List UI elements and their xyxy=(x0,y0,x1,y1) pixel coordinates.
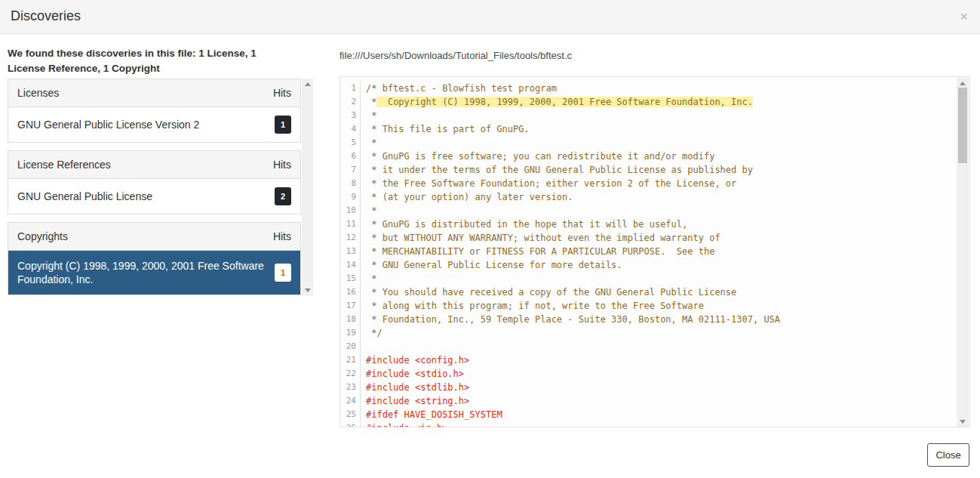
list-item[interactable]: Copyright (C) 1998, 1999, 2000, 2001 Fre… xyxy=(8,251,300,295)
line-number: 3 xyxy=(340,109,361,122)
left-panel-scrollbar[interactable] xyxy=(302,79,313,296)
section-header: License ReferencesHits xyxy=(8,151,300,179)
file-path: file:///Users/sh/Downloads/Tutorial_File… xyxy=(339,50,572,61)
code-line: 7 * it under the terms of the GNU Genera… xyxy=(340,163,969,177)
hits-column-label: Hits xyxy=(273,87,291,99)
code-text: * xyxy=(361,272,376,285)
line-number: 19 xyxy=(340,326,361,340)
page-title: Discoveries xyxy=(11,8,81,24)
code-text: * MERCHANTABILITY or FITNESS FOR A PARTI… xyxy=(361,245,714,258)
line-number: 4 xyxy=(340,122,361,136)
discovery-section: License ReferencesHitsGNU General Public… xyxy=(8,150,301,214)
hits-badge: 2 xyxy=(275,187,291,205)
code-line: 10 * xyxy=(340,204,969,217)
line-number: 7 xyxy=(340,163,361,177)
line-number: 16 xyxy=(340,285,361,299)
code-text: #ifdef HAVE_DOSISH_SYSTEM xyxy=(361,408,502,421)
code-line: 4 * This file is part of GnuPG. xyxy=(340,122,969,136)
code-line: 26#include <io.h> xyxy=(340,421,969,427)
line-number: 25 xyxy=(340,408,361,421)
highlighted-match: Copyright (C) 1998, 1999, 2000, 2001 Fre… xyxy=(376,97,753,107)
code-line: 1/* bftest.c - Blowfish test program xyxy=(340,82,969,95)
code-line: 16 * You should have received a copy of … xyxy=(340,285,969,299)
code-line: 15 * xyxy=(340,272,969,285)
scroll-up-icon[interactable] xyxy=(960,82,966,85)
code-line: 14 * GNU General Public License for more… xyxy=(340,258,969,272)
code-text: * along with this program; if not, write… xyxy=(361,299,704,313)
close-button[interactable]: Close xyxy=(927,443,969,467)
code-text: #include <string.h> xyxy=(361,394,469,408)
line-number: 24 xyxy=(340,394,361,408)
code-line: 19 */ xyxy=(340,326,969,340)
code-text: * (at your option) any later version. xyxy=(361,190,573,204)
list-item[interactable]: GNU General Public License2 xyxy=(8,179,300,214)
section-title: Licenses xyxy=(17,87,59,99)
line-number: 5 xyxy=(340,136,361,150)
line-number: 17 xyxy=(340,299,361,313)
code-text: * GNU General Public License for more de… xyxy=(361,258,622,272)
summary-text: We found these discoveries in this file:… xyxy=(8,46,294,76)
code-text: * it under the terms of the GNU General … xyxy=(361,163,753,177)
code-text: * xyxy=(361,109,376,122)
code-line: 9 * (at your option) any later version. xyxy=(340,190,969,204)
code-line: 23#include <stdlib.h> xyxy=(340,381,969,394)
code-text: #include <io.h> xyxy=(361,421,447,427)
code-text: #include <stdlib.h> xyxy=(361,381,469,394)
code-line: 6 * GnuPG is free software; you can redi… xyxy=(340,150,969,163)
code-text: #include <config.h> xyxy=(361,353,469,367)
item-label: GNU General Public License Version 2 xyxy=(17,118,199,131)
hits-column-label: Hits xyxy=(273,230,291,242)
list-item[interactable]: GNU General Public License Version 21 xyxy=(8,107,300,142)
code-line: 22#include <stdio.h> xyxy=(340,367,969,381)
item-label: Copyright (C) 1998, 1999, 2000, 2001 Fre… xyxy=(17,259,267,286)
line-number: 6 xyxy=(340,150,361,163)
code-text: * the Free Software Foundation; either v… xyxy=(361,177,736,190)
line-number: 1 xyxy=(340,82,361,95)
hits-badge: 1 xyxy=(275,116,291,134)
code-line: 3 * xyxy=(340,109,969,122)
scroll-down-icon[interactable] xyxy=(305,288,311,292)
line-number: 15 xyxy=(340,272,361,285)
code-line: 17 * along with this program; if not, wr… xyxy=(340,299,969,313)
code-text: * GnuPG is free software; you can redist… xyxy=(361,150,714,163)
code-text: * Foundation, Inc., 59 Temple Place - Su… xyxy=(361,313,780,326)
code-text: * This file is part of GnuPG. xyxy=(361,122,530,136)
code-line: 12 * but WITHOUT ANY WARRANTY; without e… xyxy=(340,231,969,245)
scroll-up-icon[interactable] xyxy=(305,82,311,86)
code-line: 11 * GnuPG is distributed in the hope th… xyxy=(340,217,969,231)
close-icon[interactable]: × xyxy=(960,8,968,25)
code-lines: 1/* bftest.c - Blowfish test program2 * … xyxy=(340,77,969,427)
line-number: 18 xyxy=(340,313,361,326)
scroll-down-icon[interactable] xyxy=(960,420,966,424)
hits-column-label: Hits xyxy=(273,159,291,171)
discovery-section: CopyrightsHitsCopyright (C) 1998, 1999, … xyxy=(8,222,301,295)
line-number: 22 xyxy=(340,367,361,381)
code-line: 20 xyxy=(340,340,969,353)
discovery-section: LicensesHitsGNU General Public License V… xyxy=(8,79,301,143)
hits-badge: 1 xyxy=(275,264,291,282)
code-line: 18 * Foundation, Inc., 59 Temple Place -… xyxy=(340,313,969,326)
discoveries-modal: Discoveries × We found these discoveries… xyxy=(0,0,980,478)
code-text: * xyxy=(361,204,376,217)
code-text: * GnuPG is distributed in the hope that … xyxy=(361,217,687,231)
section-title: Copyrights xyxy=(17,230,68,242)
code-line: 5 * xyxy=(340,136,969,150)
code-text: * but WITHOUT ANY WARRANTY; without even… xyxy=(361,231,720,245)
line-number: 23 xyxy=(340,381,361,394)
section-header: LicensesHits xyxy=(8,79,300,107)
scrollbar-thumb[interactable] xyxy=(958,88,967,163)
code-line: 13 * MERCHANTABILITY or FITNESS FOR A PA… xyxy=(340,245,969,258)
code-viewer: 1/* bftest.c - Blowfish test program2 * … xyxy=(339,76,970,427)
item-label: GNU General Public License xyxy=(17,190,152,203)
line-number: 21 xyxy=(340,353,361,367)
code-line: 8 * the Free Software Foundation; either… xyxy=(340,177,969,190)
line-number: 2 xyxy=(340,95,361,109)
line-number: 13 xyxy=(340,245,361,258)
code-line: 2 * Copyright (C) 1998, 1999, 2000, 2001… xyxy=(340,95,969,109)
code-text: */ xyxy=(361,326,382,340)
code-text: * xyxy=(361,136,376,150)
section-title: License References xyxy=(17,159,111,171)
code-scrollbar[interactable] xyxy=(957,78,969,427)
code-text: /* bftest.c - Blowfish test program xyxy=(361,82,557,95)
code-text: #include <stdio.h> xyxy=(361,367,464,381)
